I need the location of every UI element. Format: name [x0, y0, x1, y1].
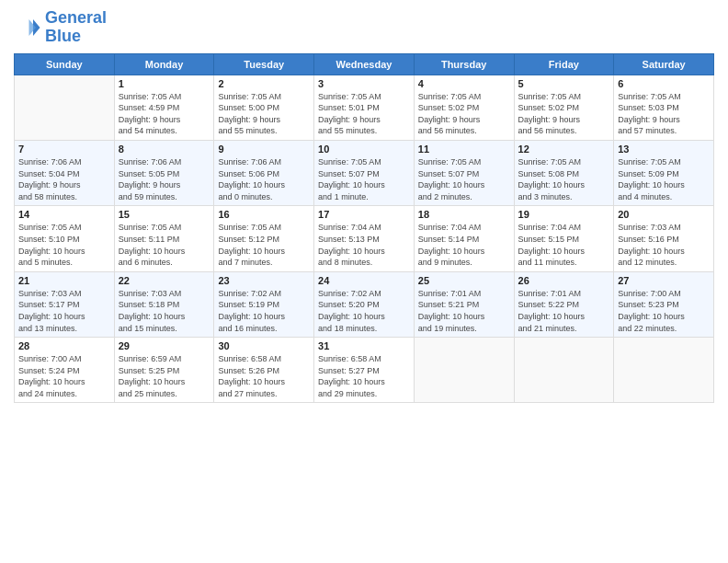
daylight-text-line1: Daylight: 10 hours	[418, 179, 510, 191]
sunrise-text: Sunrise: 7:04 AM	[418, 222, 510, 234]
daylight-text-line1: Daylight: 10 hours	[418, 311, 510, 323]
day-info: Sunrise: 7:01 AMSunset: 5:22 PMDaylight:…	[518, 288, 610, 334]
day-info: Sunrise: 6:58 AMSunset: 5:27 PMDaylight:…	[318, 353, 410, 399]
calendar-cell: 17Sunrise: 7:04 AMSunset: 5:13 PMDayligh…	[314, 206, 415, 271]
sunrise-text: Sunrise: 7:02 AM	[318, 288, 410, 300]
calendar-cell: 31Sunrise: 6:58 AMSunset: 5:27 PMDayligh…	[314, 338, 415, 403]
sunrise-text: Sunrise: 7:05 AM	[418, 156, 510, 168]
day-number: 19	[518, 209, 610, 220]
day-info: Sunrise: 7:05 AMSunset: 5:00 PMDaylight:…	[218, 91, 310, 137]
sunset-text: Sunset: 5:20 PM	[318, 299, 410, 311]
daylight-text-line1: Daylight: 9 hours	[18, 179, 110, 191]
sunrise-text: Sunrise: 7:05 AM	[318, 156, 410, 168]
calendar-cell	[514, 338, 614, 403]
day-info: Sunrise: 7:04 AMSunset: 5:13 PMDaylight:…	[318, 222, 410, 268]
day-number: 5	[518, 78, 610, 89]
calendar-week-row: 14Sunrise: 7:05 AMSunset: 5:10 PMDayligh…	[15, 206, 714, 271]
day-number: 21	[18, 275, 110, 286]
day-info: Sunrise: 7:03 AMSunset: 5:16 PMDaylight:…	[618, 222, 710, 268]
daylight-text-line2: and 19 minutes.	[418, 323, 510, 335]
sunset-text: Sunset: 5:07 PM	[418, 168, 510, 180]
calendar-cell: 12Sunrise: 7:05 AMSunset: 5:08 PMDayligh…	[514, 140, 614, 205]
sunset-text: Sunset: 5:13 PM	[318, 234, 410, 246]
calendar-cell: 28Sunrise: 7:00 AMSunset: 5:24 PMDayligh…	[15, 338, 115, 403]
sunset-text: Sunset: 5:09 PM	[618, 168, 710, 180]
sunset-text: Sunset: 5:17 PM	[18, 299, 110, 311]
sunrise-text: Sunrise: 7:05 AM	[518, 156, 610, 168]
day-number: 4	[418, 78, 510, 89]
calendar-cell: 20Sunrise: 7:03 AMSunset: 5:16 PMDayligh…	[614, 206, 714, 271]
day-info: Sunrise: 7:05 AMSunset: 5:01 PMDaylight:…	[318, 91, 410, 137]
daylight-text-line2: and 21 minutes.	[518, 323, 610, 335]
sunrise-text: Sunrise: 7:05 AM	[618, 91, 710, 103]
sunset-text: Sunset: 5:23 PM	[618, 299, 710, 311]
sunset-text: Sunset: 5:08 PM	[518, 168, 610, 180]
calendar-cell: 19Sunrise: 7:04 AMSunset: 5:15 PMDayligh…	[514, 206, 614, 271]
day-number: 15	[119, 209, 210, 220]
day-info: Sunrise: 7:05 AMSunset: 4:59 PMDaylight:…	[119, 91, 210, 137]
sunset-text: Sunset: 5:16 PM	[618, 234, 710, 246]
day-number: 27	[618, 275, 710, 286]
daylight-text-line1: Daylight: 9 hours	[218, 114, 310, 126]
calendar-cell: 26Sunrise: 7:01 AMSunset: 5:22 PMDayligh…	[514, 271, 614, 337]
daylight-text-line1: Daylight: 10 hours	[518, 179, 610, 191]
calendar-cell: 4Sunrise: 7:05 AMSunset: 5:02 PMDaylight…	[414, 75, 514, 140]
daylight-text-line1: Daylight: 10 hours	[518, 311, 610, 323]
calendar-cell: 5Sunrise: 7:05 AMSunset: 5:02 PMDaylight…	[514, 75, 614, 140]
daylight-text-line1: Daylight: 10 hours	[218, 311, 310, 323]
day-info: Sunrise: 7:06 AMSunset: 5:05 PMDaylight:…	[119, 156, 210, 202]
daylight-text-line2: and 7 minutes.	[218, 257, 310, 269]
day-number: 14	[18, 209, 110, 220]
daylight-text-line1: Daylight: 10 hours	[318, 311, 410, 323]
day-info: Sunrise: 7:05 AMSunset: 5:10 PMDaylight:…	[18, 222, 110, 268]
day-number: 9	[218, 144, 310, 155]
daylight-text-line2: and 27 minutes.	[218, 388, 310, 400]
sunrise-text: Sunrise: 7:06 AM	[18, 156, 110, 168]
sunset-text: Sunset: 5:07 PM	[318, 168, 410, 180]
daylight-text-line2: and 12 minutes.	[618, 257, 710, 269]
weekday-header: Tuesday	[214, 53, 314, 75]
sunrise-text: Sunrise: 7:05 AM	[218, 91, 310, 103]
daylight-text-line2: and 29 minutes.	[318, 388, 410, 400]
day-info: Sunrise: 7:02 AMSunset: 5:20 PMDaylight:…	[318, 288, 410, 334]
sunrise-text: Sunrise: 7:05 AM	[618, 156, 710, 168]
sunrise-text: Sunrise: 7:03 AM	[618, 222, 710, 234]
daylight-text-line1: Daylight: 10 hours	[119, 376, 210, 388]
calendar-header: SundayMondayTuesdayWednesdayThursdayFrid…	[15, 53, 714, 75]
day-number: 11	[418, 144, 510, 155]
sunset-text: Sunset: 5:05 PM	[119, 168, 210, 180]
sunset-text: Sunset: 5:24 PM	[18, 365, 110, 377]
daylight-text-line2: and 1 minute.	[318, 191, 410, 203]
calendar-cell: 6Sunrise: 7:05 AMSunset: 5:03 PMDaylight…	[614, 75, 714, 140]
calendar-cell: 13Sunrise: 7:05 AMSunset: 5:09 PMDayligh…	[614, 140, 714, 205]
daylight-text-line1: Daylight: 10 hours	[18, 311, 110, 323]
sunrise-text: Sunrise: 7:05 AM	[418, 91, 510, 103]
daylight-text-line2: and 6 minutes.	[119, 257, 210, 269]
day-info: Sunrise: 7:03 AMSunset: 5:17 PMDaylight:…	[18, 288, 110, 334]
sunrise-text: Sunrise: 7:04 AM	[518, 222, 610, 234]
day-info: Sunrise: 7:05 AMSunset: 5:09 PMDaylight:…	[618, 156, 710, 202]
day-number: 1	[119, 78, 210, 89]
sunset-text: Sunset: 5:26 PM	[218, 365, 310, 377]
calendar-cell	[15, 75, 115, 140]
day-number: 10	[318, 144, 410, 155]
calendar-cell: 14Sunrise: 7:05 AMSunset: 5:10 PMDayligh…	[15, 206, 115, 271]
day-info: Sunrise: 7:00 AMSunset: 5:23 PMDaylight:…	[618, 288, 710, 334]
weekday-header: Thursday	[414, 53, 514, 75]
day-number: 20	[618, 209, 710, 220]
calendar-week-row: 7Sunrise: 7:06 AMSunset: 5:04 PMDaylight…	[15, 140, 714, 205]
calendar-cell	[414, 338, 514, 403]
sunset-text: Sunset: 5:22 PM	[518, 299, 610, 311]
calendar-cell: 2Sunrise: 7:05 AMSunset: 5:00 PMDaylight…	[214, 75, 314, 140]
daylight-text-line2: and 5 minutes.	[18, 257, 110, 269]
daylight-text-line2: and 57 minutes.	[618, 125, 710, 137]
calendar-week-row: 21Sunrise: 7:03 AMSunset: 5:17 PMDayligh…	[15, 271, 714, 337]
day-number: 17	[318, 209, 410, 220]
daylight-text-line2: and 56 minutes.	[518, 125, 610, 137]
sunrise-text: Sunrise: 7:01 AM	[418, 288, 510, 300]
sunset-text: Sunset: 5:00 PM	[218, 102, 310, 114]
daylight-text-line1: Daylight: 9 hours	[518, 114, 610, 126]
calendar-cell: 7Sunrise: 7:06 AMSunset: 5:04 PMDaylight…	[15, 140, 115, 205]
daylight-text-line2: and 55 minutes.	[318, 125, 410, 137]
day-info: Sunrise: 7:04 AMSunset: 5:15 PMDaylight:…	[518, 222, 610, 268]
